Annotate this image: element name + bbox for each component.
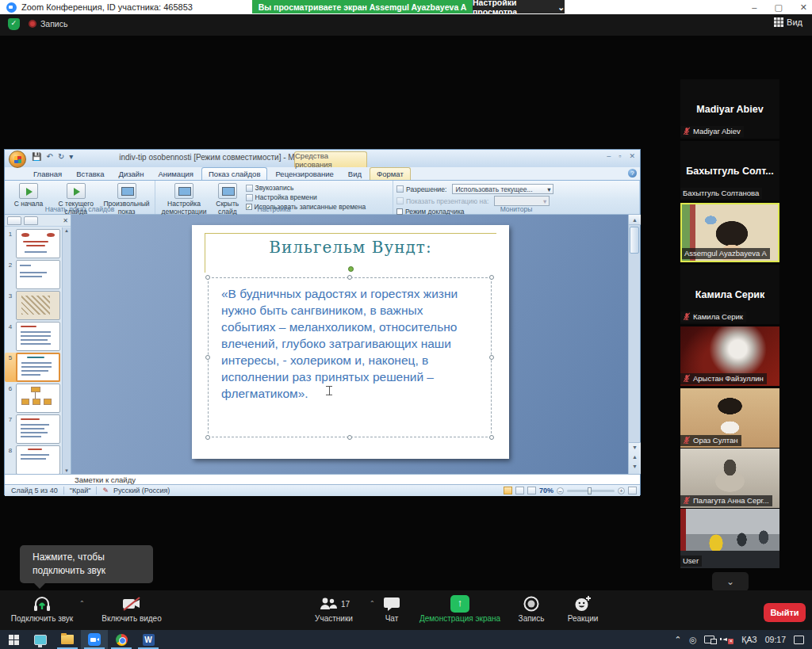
tray-app-icon[interactable]: ◎ <box>689 635 696 644</box>
ppt-maximize-button[interactable]: ▫ <box>619 152 621 160</box>
slide-vertical-scrollbar[interactable]: ▲ ▼▲▼ <box>628 215 640 474</box>
resize-handle-n[interactable] <box>347 275 352 280</box>
ppt-minimize-button[interactable]: – <box>607 152 611 160</box>
outline-tab[interactable] <box>24 216 38 225</box>
slideshow-view-button[interactable] <box>527 487 536 494</box>
encryption-shield-icon[interactable] <box>8 18 20 30</box>
record-button[interactable]: Запись <box>511 594 551 623</box>
more-participants-chevron-button[interactable]: ⌄ <box>712 572 749 591</box>
hidden-icons-chevron[interactable]: ⌃ <box>674 635 681 644</box>
slide-nav-buttons[interactable]: ▼▲▼ <box>629 442 641 474</box>
start-button[interactable] <box>0 630 27 649</box>
view-settings-button[interactable]: Настройки просмотра⌄ <box>473 0 565 13</box>
resize-handle-e[interactable] <box>489 355 494 360</box>
tab-recenzirovanie[interactable]: Рецензирование <box>269 168 339 180</box>
resize-handle-se[interactable] <box>489 435 494 440</box>
record-narration-button[interactable]: Звукозапись <box>246 184 366 192</box>
resize-handle-ne[interactable] <box>489 275 494 280</box>
tab-animaciya[interactable]: Анимация <box>151 168 200 180</box>
spellcheck-icon[interactable]: ✎ <box>102 487 109 494</box>
qat-customize-button[interactable]: ▾ <box>69 152 73 161</box>
tab-pokaz-slaydov[interactable]: Показ слайдов <box>201 167 267 180</box>
view-button[interactable]: Вид <box>774 17 802 27</box>
task-view-icon[interactable] <box>27 630 54 649</box>
slide-thumbnail-6[interactable]: 6 <box>5 384 60 413</box>
slide-thumbnail-5-selected[interactable]: 5 <box>5 353 60 382</box>
start-video-button[interactable]: Включить видео <box>94 594 170 623</box>
slide-thumbnail-3[interactable]: 3 <box>5 291 60 320</box>
language-status[interactable]: Русский (Россия) <box>113 487 170 494</box>
clock[interactable]: 09:17 <box>765 635 786 644</box>
slide-title[interactable]: Вильгельм Вундт: <box>192 238 509 257</box>
zoom-slider-thumb[interactable] <box>588 487 592 494</box>
chat-button[interactable]: Чат <box>374 594 409 623</box>
tab-vid[interactable]: Вид <box>342 168 368 180</box>
word-icon[interactable]: W <box>135 630 162 649</box>
share-screen-button[interactable]: Демонстрация экрана <box>412 594 508 623</box>
volume-muted-icon[interactable]: ✕ <box>722 636 733 644</box>
from-beginning-button[interactable]: С начала <box>8 182 49 208</box>
resize-handle-w[interactable] <box>205 355 210 360</box>
slides-tab[interactable] <box>7 216 21 225</box>
tab-format[interactable]: Формат <box>370 167 411 180</box>
thumbnails-scrollbar[interactable] <box>62 227 71 474</box>
participant-tile-arystan[interactable]: Арыстан Файзуллин <box>680 326 779 386</box>
participant-tile-madiyar[interactable]: Madiyar Abiev Madiyar Abiev <box>680 79 779 139</box>
resize-handle-s[interactable] <box>347 435 352 440</box>
zoom-out-button[interactable]: – <box>557 487 564 494</box>
selected-text-box[interactable]: «В будничных радостях и горестях жизни н… <box>208 277 492 437</box>
undo-button[interactable]: ↶ <box>46 152 52 161</box>
scroll-up-icon[interactable]: ▲ <box>629 215 641 225</box>
help-icon[interactable]: ? <box>628 169 637 178</box>
fit-to-window-button[interactable] <box>628 487 637 494</box>
close-pane-icon[interactable]: ✕ <box>63 217 68 224</box>
participant-tile-palaguta[interactable]: Палагута Анна Серг... <box>680 449 779 508</box>
network-icon[interactable] <box>704 636 714 643</box>
normal-view-button[interactable] <box>504 487 512 494</box>
minimize-button[interactable]: – <box>752 0 756 14</box>
notes-placeholder[interactable]: Заметки к слайду <box>5 474 640 484</box>
leave-meeting-button[interactable]: Выйти <box>764 603 806 622</box>
zoom-taskbar-icon[interactable] <box>81 630 108 649</box>
slide-thumbnail-1[interactable]: 1 <box>5 229 60 258</box>
tab-dizayn[interactable]: Дизайн <box>112 168 150 180</box>
redo-button[interactable]: ↻ <box>58 152 64 161</box>
slide-thumbnail-4[interactable]: 4 <box>5 322 60 351</box>
rehearse-timings-button[interactable]: Настройка времени <box>246 193 366 201</box>
participant-tile-assemgul-active-speaker[interactable]: Assemgul Ayazbayeva A <box>680 203 779 262</box>
audio-options-caret[interactable]: ⌃ <box>79 600 85 607</box>
theme-name[interactable]: "Край" <box>70 487 91 494</box>
participant-tile-user[interactable]: User <box>680 509 779 568</box>
tab-glavnaya[interactable]: Главная <box>27 168 68 180</box>
recording-indicator[interactable]: Запись <box>29 19 67 29</box>
resolution-dropdown[interactable]: Использовать текущее...▾ <box>452 184 553 194</box>
language-indicator[interactable]: ҚАЗ <box>741 635 756 644</box>
scrollbar-thumb[interactable] <box>630 227 639 254</box>
zoom-in-button[interactable]: + <box>618 487 625 494</box>
reactions-button[interactable]: Реакции <box>561 594 604 623</box>
slide-canvas[interactable]: Вильгельм Вундт: «В будничных радостях и… <box>192 225 509 459</box>
zoom-slider[interactable] <box>567 490 615 492</box>
participant-tile-kamila[interactable]: Камила Серик Камила Серик <box>680 265 779 324</box>
participants-button[interactable]: 17 Участники <box>306 594 362 623</box>
tab-vstavka[interactable]: Вставка <box>70 168 110 180</box>
ppt-close-button[interactable]: ✕ <box>629 152 635 160</box>
participant-tile-bakhytgul[interactable]: Бахытгуль Солт... Бахытгуль Солтанова <box>680 141 779 200</box>
file-explorer-icon[interactable] <box>54 630 81 649</box>
resize-handle-sw[interactable] <box>205 435 210 440</box>
chrome-icon[interactable] <box>108 630 135 649</box>
resize-handle-nw[interactable] <box>205 275 210 280</box>
office-button[interactable] <box>9 151 26 168</box>
slide-body-text[interactable]: «В будничных радостях и горестях жизни н… <box>221 285 458 402</box>
close-button[interactable]: ✕ <box>800 0 807 14</box>
save-button[interactable]: 💾 <box>32 152 41 161</box>
participant-tile-oraz[interactable]: Ораз Султан <box>680 388 779 448</box>
slide-thumbnail-8[interactable]: 8 <box>5 445 60 474</box>
action-center-icon[interactable] <box>794 636 804 644</box>
slide-thumbnail-2[interactable]: 2 <box>5 260 60 289</box>
rotation-handle[interactable] <box>348 266 354 272</box>
join-audio-button[interactable]: Подключить звук <box>8 594 76 623</box>
maximize-button[interactable]: ▢ <box>774 0 782 14</box>
slide-sorter-view-button[interactable] <box>515 487 524 494</box>
slide-thumbnail-7[interactable]: 7 <box>5 414 60 444</box>
